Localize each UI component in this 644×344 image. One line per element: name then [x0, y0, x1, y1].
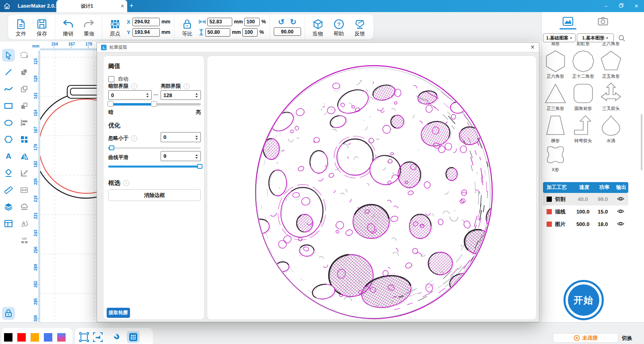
output-eye-icon[interactable]: [613, 196, 628, 203]
connection-status[interactable]: 未连接: [553, 333, 618, 343]
ignore-smaller-slider[interactable]: [108, 147, 201, 149]
shape-item-triangle[interactable]: [543, 82, 568, 105]
minimize-button[interactable]: –: [598, 3, 613, 9]
ellipse-tool[interactable]: [2, 116, 15, 129]
spinner-arrows[interactable]: ▲▼: [194, 92, 200, 98]
fit-selection-button[interactable]: [93, 332, 103, 342]
curve-smooth-slider[interactable]: [108, 166, 201, 168]
ignore-smaller-input[interactable]: 0 ▲▼: [161, 132, 201, 142]
speed-value[interactable]: 500.0: [573, 221, 592, 227]
snap-magnet-button[interactable]: [112, 332, 122, 342]
swatch-blue[interactable]: [44, 333, 52, 342]
power-value[interactable]: 18.0: [592, 221, 613, 227]
info-icon[interactable]: i: [131, 83, 137, 89]
dimension-tool[interactable]: [18, 184, 31, 197]
align-tool[interactable]: [18, 116, 31, 129]
line-tool[interactable]: [2, 66, 15, 79]
tab-design1[interactable]: 设计1 ✕: [56, 0, 127, 12]
auto-checkbox[interactable]: [108, 76, 114, 82]
text-path-tool[interactable]: A: [18, 217, 31, 230]
dark-slider-handle[interactable]: [107, 101, 114, 107]
y-position-input[interactable]: 193.94: [132, 28, 160, 37]
tab-gallery[interactable]: [559, 15, 576, 27]
dialog-titlebar[interactable]: L 轮廓提取 ✕: [97, 43, 539, 52]
info-icon[interactable]: i: [123, 180, 129, 186]
feedback-button[interactable]: 反馈: [351, 18, 369, 37]
help-button[interactable]: ? 帮助: [330, 18, 348, 37]
lock-canvas-button[interactable]: [2, 307, 15, 320]
save-button[interactable]: 保存: [33, 18, 51, 37]
redo-button[interactable]: 重做: [80, 18, 98, 37]
home-button[interactable]: [0, 0, 14, 12]
undo-button[interactable]: 撤销: [59, 18, 77, 37]
spinner-arrows[interactable]: ▲▼: [144, 92, 151, 98]
new-tab-button[interactable]: +: [130, 0, 133, 12]
shape-item-x-shape[interactable]: [543, 143, 568, 166]
shape-search-button[interactable]: [617, 34, 626, 42]
creation-button[interactable]: 造物: [309, 18, 327, 37]
shape-item-hexagon[interactable]: [543, 50, 568, 73]
dark-limit-input[interactable]: 0 ▲▼: [108, 90, 152, 100]
output-eye-icon[interactable]: [613, 209, 628, 215]
tab-close-icon[interactable]: ✕: [118, 4, 127, 9]
process-row-image[interactable]: 图片 500.0 18.0: [543, 218, 628, 230]
process-color-swatch[interactable]: [547, 209, 552, 214]
split-tool[interactable]: [18, 234, 31, 247]
shape-item-rounded-rect[interactable]: [570, 82, 596, 105]
text-tool[interactable]: A: [2, 150, 15, 163]
process-row-trace[interactable]: 描线 100.0 15.0: [543, 205, 628, 218]
close-window-button[interactable]: ✕: [629, 3, 644, 9]
layers-tool[interactable]: [2, 200, 15, 213]
panel-scrollbar[interactable]: [641, 114, 642, 170]
polygon-tool[interactable]: [2, 133, 15, 146]
bright-limit-input[interactable]: 128 ▲▼: [161, 90, 201, 100]
power-value[interactable]: 99.0: [592, 196, 613, 202]
smooth-slider-handle[interactable]: [197, 164, 202, 169]
eraser-tool[interactable]: [2, 167, 15, 180]
rotate-cw-icon[interactable]: ↻: [290, 18, 297, 26]
process-color-swatch[interactable]: [547, 197, 552, 202]
bright-slider-handle[interactable]: [151, 101, 157, 107]
width-percent-input[interactable]: 100: [244, 18, 260, 26]
rotate-ccw-icon[interactable]: ↺: [278, 18, 285, 26]
dialog-close-icon[interactable]: ✕: [530, 44, 535, 50]
tab-camera[interactable]: [596, 16, 610, 27]
rectangle-tool[interactable]: [2, 99, 15, 112]
spinner-arrows[interactable]: ▲▼: [194, 135, 200, 140]
height-input[interactable]: 50.80: [205, 28, 230, 37]
category-dropdown[interactable]: 1.基础图案▼: [543, 33, 576, 42]
ruler-tool[interactable]: [2, 184, 15, 197]
shape-item-turn-arrow[interactable]: [570, 114, 596, 136]
spinner-arrows[interactable]: ▲▼: [194, 153, 200, 159]
shape-item-pentagon[interactable]: [598, 50, 624, 73]
swatch-black[interactable]: [4, 333, 12, 342]
angle-measure-tool[interactable]: [18, 167, 31, 180]
power-value[interactable]: 15.0: [592, 209, 613, 215]
process-row-cut[interactable]: 切割 40.0 99.0: [543, 193, 628, 205]
shape-item-trapezoid[interactable]: [543, 114, 568, 136]
info-icon[interactable]: i: [184, 83, 190, 89]
curve-tool[interactable]: [2, 83, 15, 95]
curve-smooth-input[interactable]: 9 ▲▼: [161, 151, 201, 161]
ratio-lock-button[interactable]: 等比: [178, 18, 196, 37]
threshold-range-slider[interactable]: [108, 103, 201, 106]
switch-device-button[interactable]: 切换: [622, 335, 632, 342]
extract-contour-button[interactable]: 提取轮廓: [107, 308, 130, 318]
subtract-tool[interactable]: [18, 99, 31, 112]
stamp-tool[interactable]: [18, 200, 31, 213]
grid-toggle-button[interactable]: [128, 332, 138, 342]
shape-item-dodecagon[interactable]: [570, 50, 596, 73]
speed-value[interactable]: 100.0: [573, 209, 592, 215]
subcategory-dropdown[interactable]: 1.基本图形▼: [577, 33, 614, 42]
weld-tool[interactable]: [18, 66, 31, 79]
process-color-swatch[interactable]: [547, 222, 552, 227]
info-icon[interactable]: i: [131, 135, 137, 141]
frame-select-button[interactable]: [79, 332, 89, 342]
mirror-tool[interactable]: [18, 150, 31, 163]
select-tool[interactable]: [2, 49, 15, 62]
height-percent-input[interactable]: 100: [242, 28, 258, 37]
rotation-input[interactable]: 90.00: [274, 27, 301, 36]
speed-value[interactable]: 40.0: [573, 196, 592, 202]
remove-border-button[interactable]: 消除边框: [108, 189, 201, 201]
swatch-orange[interactable]: [31, 333, 39, 342]
